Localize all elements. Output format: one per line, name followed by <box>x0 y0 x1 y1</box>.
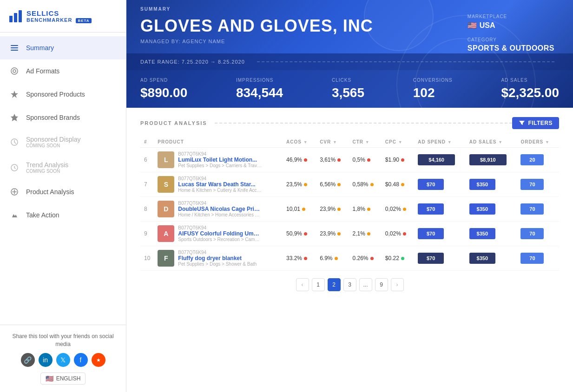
social-facebook-icon[interactable]: f <box>74 353 88 367</box>
row-acos-6: 46,9% <box>283 148 316 172</box>
col-product: PRODUCT <box>154 137 283 148</box>
nav-items: Summary Ad Formats Sponsored Products Sp… <box>0 33 126 325</box>
svg-marker-5 <box>11 91 18 98</box>
marketplace-flag: 🇺🇸 <box>468 21 477 30</box>
sidebar-item-sponsored-display: Sponsored Display COMING SOON <box>0 129 126 155</box>
stat-impressions: IMPRESSIONS 834,544 <box>236 78 283 100</box>
pagination-next[interactable]: › <box>391 278 404 291</box>
svg-point-4 <box>13 70 16 72</box>
company-name: GLOVES AND GLOVES, INC <box>140 16 373 36</box>
filters-button[interactable]: FILTERS <box>512 117 559 129</box>
marketplace-label: MARKETPLACE <box>468 14 554 19</box>
managed-by: MANAGED BY: AGENCY NAME <box>140 39 373 44</box>
row-orders-8: 70 <box>517 197 559 222</box>
stat-conversions-value: 102 <box>413 85 453 100</box>
section-header: PRODUCT ANALYSIS FILTERS <box>140 117 559 129</box>
social-reddit-icon[interactable]: ★ <box>92 353 105 367</box>
category-block: CATEGORY SPORTS & OUTDOORS <box>468 37 554 52</box>
pagination-prev[interactable]: ‹ <box>296 278 309 291</box>
stat-impressions-label: IMPRESSIONS <box>236 78 283 83</box>
stat-clicks-label: CLICKS <box>332 78 364 83</box>
pagination-page-3[interactable]: 3 <box>343 278 356 291</box>
row-ctr-10: 0.26% <box>349 246 381 271</box>
stat-conversions-label: CONVERSIONS <box>413 78 453 83</box>
logo-text: SELLICS BENCHMARKER BETA <box>26 9 92 23</box>
row-orders-10: 70 <box>517 246 559 271</box>
row-acos-9: 50,9% <box>283 222 316 246</box>
filters-icon <box>519 120 525 126</box>
row-num-9: 9 <box>140 222 154 246</box>
row-num-10: 10 <box>140 246 154 271</box>
logo-bar-3 <box>19 10 22 22</box>
banner-meta-info: MARKETPLACE 🇺🇸 USA CATEGORY SPORTS & OUT… <box>468 14 554 60</box>
col-num: # <box>140 137 154 148</box>
sponsored-brands-icon <box>9 112 20 123</box>
row-cpc-10: $0.22 <box>382 246 414 271</box>
stat-ad-spend-label: AD SPEND <box>140 78 187 83</box>
summary-label: Summary <box>26 44 54 52</box>
marketplace-block: MARKETPLACE 🇺🇸 USA <box>468 14 554 30</box>
row-product-8: D B077QT6K94 DoubleUSA Nicolas Cage Prin… <box>154 197 283 222</box>
table-row: 7 S B077QT6K94 Lucas Star Wars Death Sta… <box>140 172 559 197</box>
svg-marker-6 <box>11 114 18 121</box>
sponsored-brands-label: Sponsored Brands <box>26 114 80 121</box>
header-banner: SUMMARY GLOVES AND GLOVES, INC MANAGED B… <box>126 0 573 108</box>
row-ad-sales-6: $8,910 <box>466 148 517 172</box>
row-product-9: A B077QT6K94 AIFUSY Colorful Folding Umb… <box>154 222 283 246</box>
col-cpc: CPC ▼ <box>382 137 414 148</box>
row-cvr-7: 6,56% <box>316 172 349 197</box>
row-orders-9: 70 <box>517 222 559 246</box>
date-dashes <box>257 61 554 62</box>
row-num-7: 7 <box>140 172 154 197</box>
main-content: SUMMARY GLOVES AND GLOVES, INC MANAGED B… <box>126 0 573 392</box>
row-cpc-7: $0.48 <box>382 172 414 197</box>
take-action-label: Take Action <box>26 211 59 219</box>
sponsored-display-text: Sponsored Display COMING SOON <box>26 136 81 148</box>
sidebar-item-trend-analysis: Trend Analysis COMING SOON <box>0 155 126 180</box>
table-row: 9 A B077QT6K94 AIFUSY Colorful Folding U… <box>140 222 559 246</box>
section-divider <box>215 123 513 124</box>
social-linkedin-icon[interactable]: in <box>39 353 53 367</box>
language-selector[interactable]: 🇺🇸 ENGLISH <box>40 372 86 385</box>
sidebar-item-take-action[interactable]: Take Action <box>0 203 126 227</box>
svg-point-3 <box>11 68 18 74</box>
pagination-page-2[interactable]: 2 <box>328 278 341 291</box>
pagination-page-9[interactable]: 9 <box>375 278 388 291</box>
sidebar-item-summary[interactable]: Summary <box>0 36 126 59</box>
category-value: SPORTS & OUTDOORS <box>468 44 554 52</box>
row-ad-spend-10: $70 <box>414 246 466 271</box>
section-label: SUMMARY <box>126 0 573 12</box>
language-flag: 🇺🇸 <box>46 375 53 382</box>
logo-bar-2 <box>14 13 17 22</box>
row-cvr-8: 23,9% <box>316 197 349 222</box>
stat-conversions: CONVERSIONS 102 <box>413 78 453 100</box>
row-cvr-6: 3,61% <box>316 148 349 172</box>
logo-beta-badge: BETA <box>76 18 91 23</box>
row-num-8: 8 <box>140 197 154 222</box>
sidebar: SELLICS BENCHMARKER BETA Summary Ad Form… <box>0 0 126 392</box>
date-range-label: DATE RANGE: 7.25.2020 → 8.25.2020 <box>140 59 245 65</box>
row-product-6: L B077QT6K94 LumiLux Toilet Light Motion… <box>154 148 283 172</box>
row-ad-sales-10: $350 <box>466 246 517 271</box>
row-ctr-9: 2,1% <box>349 222 381 246</box>
col-acos: ACOS ▼ <box>283 137 316 148</box>
sidebar-item-sponsored-brands[interactable]: Sponsored Brands <box>0 106 126 129</box>
social-link-icon[interactable]: 🔗 <box>21 353 35 367</box>
sidebar-item-ad-formats[interactable]: Ad Formats <box>0 59 126 83</box>
row-ad-sales-9: $350 <box>466 222 517 246</box>
svg-rect-0 <box>11 45 18 46</box>
row-cpc-8: 0,02% <box>382 197 414 222</box>
row-ad-sales-8: $350 <box>466 197 517 222</box>
stat-impressions-value: 834,544 <box>236 85 283 100</box>
stat-ad-spend-value: $890.00 <box>140 85 187 100</box>
trend-analysis-icon <box>9 163 20 173</box>
svg-rect-2 <box>11 50 18 51</box>
stat-ad-sales: AD SALES $2,325.00 <box>501 78 559 100</box>
row-cvr-10: 6.9% <box>316 246 349 271</box>
sidebar-item-sponsored-products[interactable]: Sponsored Products <box>0 83 126 106</box>
product-analysis-section: PRODUCT ANALYSIS FILTERS # PRODUCT ACOS … <box>126 108 573 392</box>
pagination-page-1[interactable]: 1 <box>312 278 325 291</box>
social-twitter-icon[interactable]: 𝕏 <box>56 353 70 367</box>
pagination-ellipsis: ... <box>359 278 372 291</box>
sidebar-item-product-analysis[interactable]: Product Analysis <box>0 180 126 203</box>
